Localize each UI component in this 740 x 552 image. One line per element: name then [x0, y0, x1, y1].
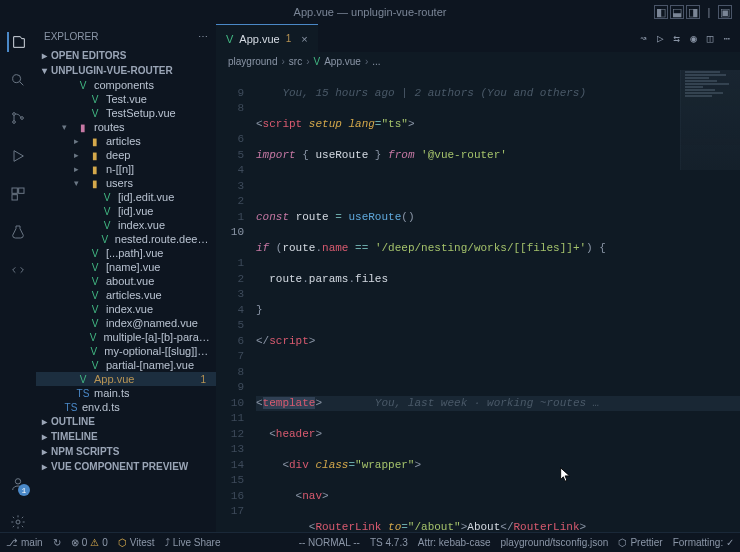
tree-item-label: deep [106, 149, 130, 161]
formatting[interactable]: Formatting: ✓ [673, 537, 734, 548]
crumb-more[interactable]: ... [372, 56, 380, 67]
attr-mode[interactable]: Attr: kebab-case [418, 537, 491, 548]
tree-item-users[interactable]: ▾▮users [36, 176, 216, 190]
folder-icon: ▮ [88, 164, 102, 175]
svg-rect-6 [12, 195, 17, 200]
settings-gear-icon[interactable] [8, 512, 28, 532]
close-tab-icon[interactable]: × [301, 33, 307, 45]
vue-icon: V [88, 108, 102, 119]
tree-item-env-d-ts[interactable]: TSenv.d.ts [36, 400, 216, 414]
git-branch[interactable]: ⎇main [6, 537, 43, 548]
tree-item--id--vue[interactable]: V[id].vue [36, 204, 216, 218]
tree-item-main-ts[interactable]: TSmain.ts [36, 386, 216, 400]
ts-version[interactable]: TS 4.7.3 [370, 537, 408, 548]
timeline-section[interactable]: ▸TIMELINE [36, 429, 216, 444]
tree-item-components[interactable]: Vcomponents [36, 78, 216, 92]
vitest-status[interactable]: ⬡Vitest [118, 537, 155, 548]
testing-icon[interactable] [8, 222, 28, 242]
tree-item-label: nested.route.deep.vue [115, 233, 210, 245]
vue-icon: V [76, 374, 90, 385]
tree-item-deep[interactable]: ▸▮deep [36, 148, 216, 162]
root-folder-section[interactable]: ▾UNPLUGIN-VUE-ROUTER [36, 63, 216, 78]
crumb-src[interactable]: src [289, 56, 302, 67]
vue-icon: V [314, 56, 321, 67]
vue-preview-icon[interactable]: ◉ [690, 32, 697, 45]
tree-item-test-vue[interactable]: VTest.vue [36, 92, 216, 106]
vue-icon: V [88, 262, 102, 273]
remote-icon[interactable] [8, 260, 28, 280]
split-editor-icon[interactable]: ◫ [707, 32, 714, 45]
title-bar: App.vue — unplugin-vue-router ◧ ⬓ ◨ | ▣ [0, 0, 740, 24]
vue-icon: V [87, 332, 100, 343]
tsconfig[interactable]: playground/tsconfig.json [501, 537, 609, 548]
tree-item-routes[interactable]: ▾▮routes [36, 120, 216, 134]
sidebar-header: EXPLORER ⋯ [36, 24, 216, 48]
prettier[interactable]: ⬡Prettier [618, 537, 662, 548]
warning-icon: ⚠ [90, 537, 99, 548]
outline-section[interactable]: ▸OUTLINE [36, 414, 216, 429]
line-gutter: 98654321101234567891011121314151617 [216, 70, 256, 532]
tree-item-----path--vue[interactable]: V[...path].vue [36, 246, 216, 260]
vue-icon: V [100, 220, 114, 231]
window-layout-controls[interactable]: ◧ ⬓ ◨ | ▣ [654, 5, 732, 19]
panel-bottom-icon[interactable]: ⬓ [670, 5, 684, 19]
minimap[interactable] [680, 70, 740, 170]
vue-preview-section[interactable]: ▸VUE COMPONENT PREVIEW [36, 459, 216, 474]
tree-item-partial--name--vue[interactable]: Vpartial-[name].vue [36, 358, 216, 372]
panel-left-icon[interactable]: ◧ [654, 5, 668, 19]
tree-item-n---n--[interactable]: ▸▮n-[[n]] [36, 162, 216, 176]
tree-item-app-vue[interactable]: VApp.vue1 [36, 372, 216, 386]
crumb-file[interactable]: App.vue [324, 56, 361, 67]
problems[interactable]: ⊗0 ⚠0 [71, 537, 108, 548]
crumb-playground[interactable]: playground [228, 56, 277, 67]
tree-item-label: App.vue [94, 373, 134, 385]
extensions-icon[interactable] [8, 184, 28, 204]
tree-item-label: n-[[n]] [106, 163, 134, 175]
tree-item-index-vue[interactable]: Vindex.vue [36, 218, 216, 232]
compare-icon[interactable]: ⇆ [674, 32, 681, 45]
tree-item-label: TestSetup.vue [106, 107, 176, 119]
more-actions-icon[interactable]: ⋯ [723, 32, 730, 45]
tab-app-vue[interactable]: V App.vue 1 × [216, 24, 318, 52]
go-forward-icon[interactable]: ↝ [640, 32, 647, 45]
sidebar-more-icon[interactable]: ⋯ [198, 31, 208, 42]
tree-item-multiple--a---b--params---[interactable]: Vmultiple-[a]-[b]-params... [36, 330, 216, 344]
tree-item-label: [id].vue [118, 205, 153, 217]
open-editors-section[interactable]: ▸OPEN EDITORS [36, 48, 216, 63]
vue-icon: V [88, 304, 102, 315]
tree-item-my-optional---slug---vue[interactable]: Vmy-optional-[[slug]].vue [36, 344, 216, 358]
tree-item-label: my-optional-[[slug]].vue [104, 345, 210, 357]
code-content[interactable]: You, 15 hours ago | 2 authors (You and o… [256, 70, 740, 532]
tree-item-label: index.vue [106, 303, 153, 315]
panel-right-icon[interactable]: ◨ [686, 5, 700, 19]
accounts-icon[interactable]: 1 [8, 474, 28, 494]
run-icon[interactable]: ▷ [657, 32, 664, 45]
tree-item-articles[interactable]: ▸▮articles [36, 134, 216, 148]
tree-item-about-vue[interactable]: Vabout.vue [36, 274, 216, 288]
chevron-icon: ▾ [74, 178, 84, 188]
explorer-icon[interactable] [7, 32, 27, 52]
breadcrumb[interactable]: playground› src› V App.vue› ... [216, 52, 740, 70]
tree-item-nested-route-deep-vue[interactable]: Vnested.route.deep.vue [36, 232, 216, 246]
run-debug-icon[interactable] [8, 146, 28, 166]
vue-icon: V [88, 94, 102, 105]
tree-item-index-named-vue[interactable]: Vindex@named.vue [36, 316, 216, 330]
activity-bar: 1 [0, 24, 36, 532]
vim-mode: -- NORMAL -- [299, 537, 360, 548]
tree-item--name--vue[interactable]: V[name].vue [36, 260, 216, 274]
ts-icon: TS [64, 402, 78, 413]
code-editor[interactable]: 98654321101234567891011121314151617 You,… [216, 70, 740, 532]
search-icon[interactable] [8, 70, 28, 90]
npm-scripts-section[interactable]: ▸NPM SCRIPTS [36, 444, 216, 459]
tree-item-articles-vue[interactable]: Varticles.vue [36, 288, 216, 302]
live-share[interactable]: ⤴Live Share [165, 537, 221, 548]
tree-item-testsetup-vue[interactable]: VTestSetup.vue [36, 106, 216, 120]
tree-item-label: main.ts [94, 387, 129, 399]
panel-full-icon[interactable]: ▣ [718, 5, 732, 19]
source-control-icon[interactable] [8, 108, 28, 128]
folder-icon: ▮ [88, 178, 102, 189]
vue-icon: V [88, 276, 102, 287]
tree-item-index-vue[interactable]: Vindex.vue [36, 302, 216, 316]
tree-item--id--edit-vue[interactable]: V[id].edit.vue [36, 190, 216, 204]
git-sync[interactable]: ↻ [53, 537, 61, 548]
